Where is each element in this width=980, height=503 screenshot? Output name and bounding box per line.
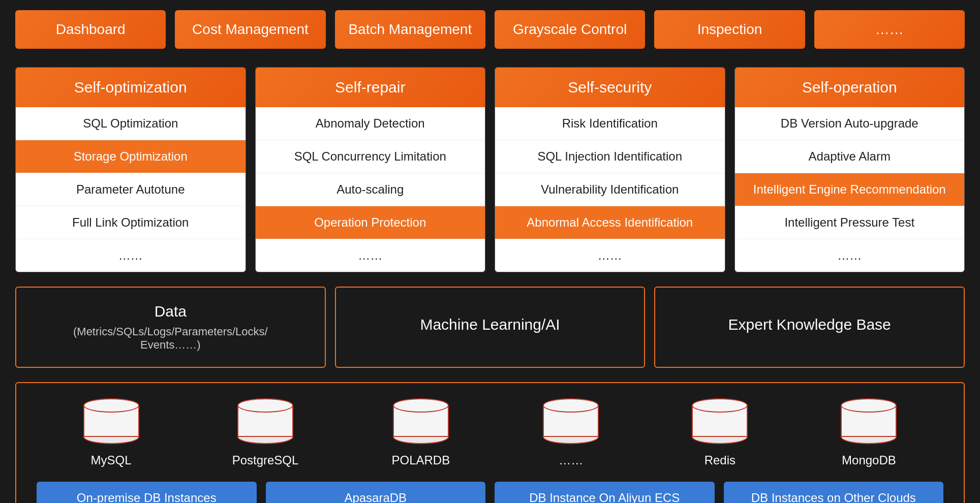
db-icon-2: POLARDB <box>391 398 450 467</box>
quad-item-0-3: Full Link Optimization <box>16 206 246 239</box>
db-icon-5: MongoDB <box>841 398 897 467</box>
quad-item-0-0: SQL Optimization <box>16 107 246 140</box>
quadrant-row: Self-optimizationSQL OptimizationStorage… <box>15 67 965 272</box>
quad-item-1-4: …… <box>256 239 485 272</box>
quad-card-0: Self-optimizationSQL OptimizationStorage… <box>15 67 246 272</box>
quad-item-1-1: SQL Concurrency Limitation <box>256 140 485 173</box>
db-cylinder-1 <box>237 398 293 444</box>
db-cylinder-3 <box>543 398 599 444</box>
db-cylinder-5 <box>841 398 897 444</box>
quad-item-0-4: …… <box>16 239 246 272</box>
quad-card-1: Self-repairAbnomaly DetectionSQL Concurr… <box>255 67 486 272</box>
middle-card-title-2: Expert Knowledge Base <box>728 316 891 333</box>
cyl-top-3 <box>543 398 599 413</box>
cyl-top-4 <box>692 398 748 413</box>
db-icons-row: MySQLPostgreSQLPOLARDB……RedisMongoDB <box>37 398 943 467</box>
quad-card-3: Self-operationDB Version Auto-upgradeAda… <box>734 67 965 272</box>
quad-item-2-1: SQL Injection Identification <box>495 140 725 173</box>
quad-item-1-0: Abnomaly Detection <box>256 107 485 140</box>
nav-button-1[interactable]: Cost Management <box>175 10 325 49</box>
db-label-3: …… <box>559 453 583 467</box>
quad-item-2-2: Vulnerability Identification <box>495 173 725 206</box>
quad-item-0-2: Parameter Autotune <box>16 173 246 206</box>
bottom-tag-3[interactable]: DB Instances on Other Clouds <box>724 482 944 503</box>
bottom-tag-1[interactable]: ApasaraDB <box>266 482 486 503</box>
quad-card-2: Self-securityRisk IdentificationSQL Inje… <box>495 67 725 272</box>
quad-item-3-0: DB Version Auto-upgrade <box>735 107 965 140</box>
bottom-tag-0[interactable]: On-premise DB Instances <box>37 482 257 503</box>
nav-button-2[interactable]: Batch Management <box>335 10 485 49</box>
nav-button-3[interactable]: Grayscale Control <box>495 10 645 49</box>
quad-item-2-3: Abnormal Access Identification <box>495 206 725 239</box>
db-icon-4: Redis <box>692 398 748 467</box>
db-icon-1: PostgreSQL <box>232 398 299 467</box>
bottom-tag-2[interactable]: DB Instance On Aliyun ECS <box>495 482 715 503</box>
quad-header-2: Self-security <box>495 68 725 107</box>
middle-card-title-1: Machine Learning/AI <box>420 316 560 333</box>
quad-item-2-4: …… <box>495 239 725 272</box>
quad-item-3-1: Adaptive Alarm <box>735 140 965 173</box>
quad-item-0-1: Storage Optimization <box>16 140 246 173</box>
middle-row: Data(Metrics/SQLs/Logs/Parameters/Locks/… <box>15 287 965 368</box>
db-label-5: MongoDB <box>842 453 896 467</box>
bottom-tags-row: On-premise DB InstancesApasaraDBDB Insta… <box>37 482 943 503</box>
bottom-section: MySQLPostgreSQLPOLARDB……RedisMongoDB On-… <box>15 382 965 503</box>
cyl-top-0 <box>83 398 139 413</box>
middle-card-title-0: Data <box>155 303 187 320</box>
nav-button-4[interactable]: Inspection <box>654 10 805 49</box>
cyl-top-2 <box>393 398 449 413</box>
db-label-1: PostgreSQL <box>232 453 299 467</box>
db-label-4: Redis <box>705 453 736 467</box>
quad-item-3-3: Intelligent Pressure Test <box>735 206 965 239</box>
quad-item-1-3: Operation Protection <box>256 206 485 239</box>
quad-item-3-2: Intelligent Engine Recommendation <box>735 173 965 206</box>
db-label-2: POLARDB <box>391 453 450 467</box>
quad-body-1: Abnomaly DetectionSQL Concurrency Limita… <box>256 107 485 272</box>
quad-item-2-0: Risk Identification <box>495 107 725 140</box>
quad-body-2: Risk IdentificationSQL Injection Identif… <box>495 107 725 272</box>
middle-card-2: Expert Knowledge Base <box>654 287 965 368</box>
top-navigation: DashboardCost ManagementBatch Management… <box>15 10 965 49</box>
middle-card-0: Data(Metrics/SQLs/Logs/Parameters/Locks/… <box>15 287 326 368</box>
quad-header-1: Self-repair <box>256 68 485 107</box>
nav-button-0[interactable]: Dashboard <box>15 10 166 49</box>
quad-body-3: DB Version Auto-upgradeAdaptive AlarmInt… <box>735 107 965 272</box>
quad-item-1-2: Auto-scaling <box>256 173 485 206</box>
db-cylinder-0 <box>83 398 139 444</box>
cyl-top-5 <box>841 398 897 413</box>
db-icon-3: …… <box>543 398 599 467</box>
db-label-0: MySQL <box>91 453 132 467</box>
db-cylinder-4 <box>692 398 748 444</box>
middle-card-1: Machine Learning/AI <box>335 287 646 368</box>
quad-header-3: Self-operation <box>735 68 965 107</box>
db-icon-0: MySQL <box>83 398 139 467</box>
db-cylinder-2 <box>393 398 449 444</box>
quad-header-0: Self-optimization <box>16 68 246 107</box>
middle-card-subtitle-0: (Metrics/SQLs/Logs/Parameters/Locks/ Eve… <box>73 325 268 352</box>
quad-item-3-4: …… <box>735 239 965 272</box>
quad-body-0: SQL OptimizationStorage OptimizationPara… <box>16 107 246 272</box>
cyl-top-1 <box>237 398 293 413</box>
nav-button-5[interactable]: …… <box>814 10 965 49</box>
